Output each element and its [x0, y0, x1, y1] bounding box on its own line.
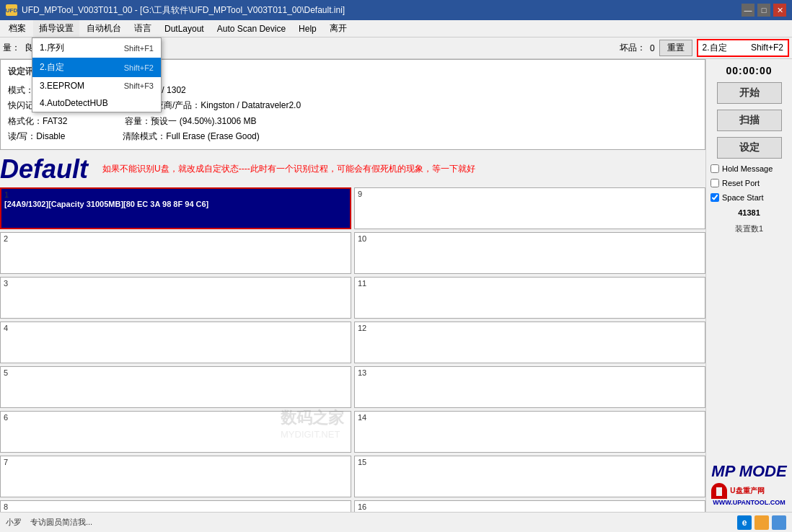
slot-number-1: 1 — [4, 190, 347, 200]
dropdown-item-3-EEPROM[interactable]: 3.EEPROMShift+F3 — [32, 77, 161, 94]
slot-12[interactable]: 12 — [354, 322, 705, 363]
dropdown-menu: 1.序列Shift+F12.自定Shift+F23.EEPROMShift+F3… — [32, 37, 162, 112]
right-panel: 00:00:00 开始 扫描 设定 Hold Message Reset Por… — [705, 59, 792, 512]
minimize-button[interactable]: — — [742, 4, 754, 17]
upan-logo: U盘重产网 — [730, 486, 764, 496]
window-controls: — □ ✕ — [742, 4, 786, 17]
slot-number-16: 16 — [358, 502, 702, 512]
status-item-2: 专访圆员简洁我... — [30, 517, 92, 528]
menu-guide-settings[interactable]: 插导设置 — [33, 20, 79, 37]
format-info: 格式化：FAT32 — [8, 114, 67, 130]
reset-port-checkbox[interactable] — [710, 179, 719, 187]
slot-number-2: 2 — [4, 234, 348, 244]
default-label: Default — [0, 154, 88, 185]
slot-4[interactable]: 4 — [0, 322, 351, 363]
menu-bar: 档案 插导设置 自动机台 语言 DutLayout Auto Scan Devi… — [0, 20, 792, 37]
mode-display: 2.自定 Shift+F2 — [697, 39, 789, 57]
reset-port-row: Reset Port — [710, 179, 788, 187]
capacity-info: 容量：预设一 (94.50%).31006 MB — [125, 114, 256, 130]
start-button[interactable]: 开始 — [717, 82, 782, 104]
dropdown-item-4-AutoDetectHUB[interactable]: 4.AutoDetectHUB — [32, 94, 161, 112]
bad-count: 0 — [650, 43, 655, 53]
maximize-button[interactable]: □ — [757, 4, 770, 17]
slot-number-4: 4 — [4, 324, 348, 333]
slot-content-1: [24A9/1302][Capacity 31005MB][80 EC 3A 9… — [4, 200, 347, 208]
dropdown-item-2---[interactable]: 2.自定Shift+F2 — [32, 58, 161, 77]
slot-number-8: 8 — [4, 502, 348, 512]
menu-help[interactable]: Help — [293, 22, 322, 36]
space-start-row: Space Start — [710, 193, 788, 202]
settings-button[interactable]: 设定 — [717, 137, 782, 159]
menu-auto-machine[interactable]: 自动机台 — [81, 20, 127, 37]
slot-7[interactable]: 7 — [0, 456, 351, 497]
slot-2[interactable]: 2 — [0, 232, 351, 274]
slot-number-5: 5 — [4, 368, 348, 378]
slot-number-14: 14 — [358, 413, 702, 422]
hold-message-checkbox[interactable] — [710, 164, 719, 173]
slot-number-9: 9 — [358, 190, 702, 199]
menu-dut-layout[interactable]: DutLayout — [159, 22, 210, 36]
space-start-value: 41381 — [738, 208, 760, 217]
mp-mode-area: MP MODE U盘重产网 WWW.UPANTOOL.COM — [711, 463, 786, 506]
slot-13[interactable]: 13 — [354, 366, 705, 408]
slot-16[interactable]: 16 — [354, 500, 705, 512]
slot-number-13: 13 — [358, 368, 702, 378]
content-area: 设定讯息 模式：量产 VID / PID：24A9 / 1302 快闪记忆体：K… — [0, 59, 705, 512]
warning-text: 如果不能识别U盘，就改成自定状态----此时有一个识别过程，可能会有假死机的现象… — [102, 163, 705, 175]
slot-14[interactable]: 14 — [354, 411, 705, 453]
mp-mode-text: MP MODE — [711, 463, 786, 480]
slot-5[interactable]: 5 — [0, 366, 351, 408]
vendor-info: 供应商/产品：Kingston / Datatraveler2.0 — [146, 98, 301, 114]
reset-port-label: Reset Port — [722, 179, 760, 187]
slots-grid: 1 [24A9/1302][Capacity 31005MB][80 EC 3A… — [0, 187, 705, 512]
menu-language[interactable]: 语言 — [128, 20, 157, 37]
scan-button[interactable]: 扫描 — [717, 110, 782, 131]
reset-button[interactable]: 重置 — [659, 40, 692, 56]
site-url: WWW.UPANTOOL.COM — [711, 499, 786, 506]
slot-8[interactable]: 8 — [0, 500, 351, 512]
menu-auto-scan[interactable]: Auto Scan Device — [211, 22, 291, 36]
slot-number-15: 15 — [358, 458, 702, 467]
app-icon: UFD — [6, 4, 17, 16]
title-text: UFD_MPTool_V003T011_00 - [G:\工具软件\UFD_MP… — [22, 4, 742, 17]
slot-number-12: 12 — [358, 324, 702, 333]
menu-file[interactable]: 档案 — [3, 20, 32, 37]
install-count: 装置数1 — [735, 223, 763, 234]
slot-number-3: 3 — [4, 279, 348, 288]
space-start-checkbox[interactable] — [710, 193, 719, 202]
dropdown-overlay: 1.序列Shift+F12.自定Shift+F23.EEPROMShift+F3… — [32, 37, 162, 112]
slot-15[interactable]: 15 — [354, 456, 705, 497]
slot-11[interactable]: 11 — [354, 277, 705, 319]
taskbar-icon-2[interactable] — [754, 515, 769, 530]
title-bar: UFD UFD_MPTool_V003T011_00 - [G:\工具软件\UF… — [0, 0, 792, 20]
bad-label: 坏品： — [620, 42, 646, 54]
hold-message-row: Hold Message — [710, 164, 788, 173]
slot-1[interactable]: 1 [24A9/1302][Capacity 31005MB][80 EC 3A… — [0, 187, 351, 229]
slot-number-11: 11 — [358, 279, 702, 288]
slot-9[interactable]: 9 — [354, 187, 705, 229]
slot-10[interactable]: 10 — [354, 232, 705, 274]
close-button[interactable]: ✕ — [773, 4, 786, 17]
taskbar-ie-icon[interactable]: e — [737, 515, 752, 530]
slot-3[interactable]: 3 — [0, 277, 351, 319]
space-start-label: Space Start — [722, 193, 763, 202]
hold-message-label: Hold Message — [722, 164, 773, 173]
slot-number-6: 6 — [4, 413, 348, 422]
slot-number-10: 10 — [358, 234, 702, 244]
slot-number-7: 7 — [4, 458, 348, 467]
quantity-label: 量： — [3, 42, 20, 54]
dropdown-item-1---[interactable]: 1.序列Shift+F1 — [32, 38, 161, 58]
rw-info: 读/写：Disable — [8, 129, 65, 145]
taskbar-icon-3[interactable] — [772, 515, 786, 530]
menu-quit[interactable]: 离开 — [324, 20, 353, 37]
mp-text: MP MODE — [711, 462, 786, 480]
time-display: 00:00:00 — [726, 65, 772, 76]
erase-info: 清除模式：Full Erase (Erase Good) — [123, 129, 259, 145]
default-area: Default 如果不能识别U盘，就改成自定状态----此时有一个识别过程，可能… — [0, 154, 705, 185]
slot-6[interactable]: 6 — [0, 411, 351, 453]
status-bar: 小罗 专访圆员简洁我... e — [0, 512, 792, 532]
status-item-1: 小罗 — [6, 517, 22, 528]
